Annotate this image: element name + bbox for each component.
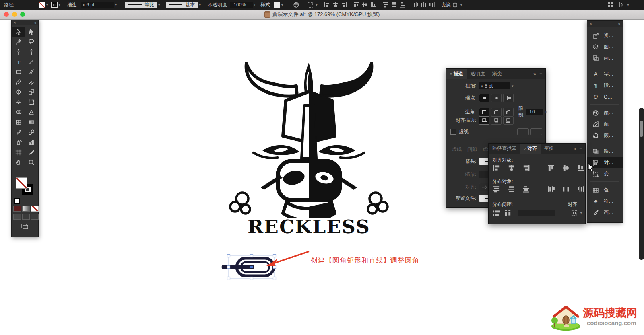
scrollbar-thumb[interactable] <box>640 121 643 137</box>
chevron-down-icon[interactable]: ▾ <box>158 3 160 7</box>
corner-miter-button[interactable] <box>479 108 489 116</box>
zoom-tool[interactable] <box>25 157 38 167</box>
tab-align[interactable]: ○ 对齐 <box>520 144 541 154</box>
dashed-line-checkbox[interactable] <box>450 129 456 135</box>
distribute-right-icon[interactable] <box>429 2 435 8</box>
draw-normal-button[interactable] <box>13 214 21 220</box>
default-fill-stroke-icon[interactable] <box>14 198 20 204</box>
width-tool[interactable] <box>12 97 25 107</box>
mesh-tool[interactable] <box>12 117 25 127</box>
align-objects-bottom-icon[interactable] <box>576 164 585 172</box>
align-objects-left-icon[interactable] <box>492 164 501 172</box>
panel-cycle-icon[interactable]: ○ <box>450 72 452 76</box>
align-stroke-inside-button[interactable] <box>491 116 502 125</box>
dock-item-paragraph[interactable]: ¶ 段… <box>587 80 623 91</box>
corner-round-button[interactable] <box>491 108 502 116</box>
draw-inside-button[interactable] <box>31 214 39 220</box>
chevron-down-icon[interactable]: ▾ <box>316 3 318 7</box>
align-objects-right-icon[interactable] <box>522 164 530 172</box>
gradient-button[interactable] <box>22 206 30 212</box>
zoom-window-button[interactable] <box>20 12 25 17</box>
distribute-vcenter-icon[interactable] <box>507 185 516 193</box>
blend-tool[interactable] <box>25 127 38 137</box>
dock-item-recolor-artwork[interactable]: 颜… <box>587 130 623 141</box>
dock-item-artboards[interactable]: 画… <box>587 53 623 64</box>
align-stroke-center-button[interactable] <box>479 116 489 125</box>
annotation-arrow[interactable] <box>264 249 312 269</box>
distribute-top-icon[interactable] <box>383 2 389 8</box>
panel-menu-icon[interactable]: ≡ <box>539 71 542 77</box>
minimize-window-button[interactable] <box>12 12 17 17</box>
distribute-hcenter-icon[interactable] <box>421 2 427 8</box>
eraser-tool[interactable] <box>25 77 38 87</box>
panel-more-icon[interactable]: » <box>533 71 536 77</box>
vertical-distribute-space-icon[interactable] <box>492 209 501 217</box>
opacity-more-icon[interactable]: › <box>254 3 255 7</box>
panel-more-icon[interactable]: » <box>573 146 576 152</box>
dash-pattern-box[interactable] <box>517 128 529 135</box>
dock-item-asset-export[interactable]: 资… <box>587 30 623 41</box>
collapse-icon[interactable]: « <box>34 21 36 25</box>
curvature-tool[interactable] <box>25 47 38 57</box>
select-similar-icon[interactable] <box>307 2 313 8</box>
close-icon[interactable]: × <box>590 22 592 26</box>
workspace-menu-icon[interactable]: ≡ <box>635 2 638 8</box>
chevron-down-icon[interactable]: ▾ <box>627 3 629 7</box>
align-objects-hcenter-icon[interactable] <box>507 164 516 172</box>
type-tool[interactable]: T <box>12 57 25 67</box>
chevron-down-icon[interactable]: ▾ <box>59 3 61 7</box>
hand-tool[interactable] <box>12 157 25 167</box>
spacing-value-select[interactable] <box>518 210 555 216</box>
fill-swatch[interactable] <box>39 2 45 8</box>
distribute-vcenter-icon[interactable] <box>391 2 397 8</box>
tab-gradient[interactable]: 渐变 <box>489 69 506 79</box>
weight-input[interactable]: ▴▾ 6 pt <box>479 82 510 89</box>
align-objects-vcenter-icon[interactable] <box>561 164 570 172</box>
dash-pattern-box[interactable] <box>530 128 542 135</box>
bull-logo-artwork[interactable] <box>225 57 392 218</box>
tab-transparency[interactable]: 透明度 <box>467 69 489 79</box>
distribute-left-icon[interactable] <box>547 185 555 193</box>
color-button[interactable] <box>13 206 21 212</box>
tab-pathfinder[interactable]: 路径查找器 <box>489 144 520 154</box>
artboard-tool[interactable] <box>12 147 25 157</box>
horizontal-distribute-space-icon[interactable] <box>503 209 512 217</box>
none-button[interactable] <box>31 206 39 212</box>
symbol-sprayer-tool[interactable] <box>12 137 25 147</box>
chevron-down-icon[interactable]: ▾ <box>460 3 462 7</box>
direct-selection-tool[interactable] <box>25 27 38 37</box>
align-top-icon[interactable] <box>353 2 359 8</box>
stepper-icon[interactable]: ▴▾ <box>83 3 84 6</box>
tab-transform[interactable]: 变换 <box>541 144 557 154</box>
arrange-documents-icon[interactable] <box>607 2 613 8</box>
dock-item-brushes[interactable]: 画… <box>587 207 623 218</box>
chevron-down-icon[interactable]: ▾ <box>46 3 48 7</box>
gradient-tool[interactable] <box>25 117 38 127</box>
logo-wordmark[interactable]: RECKLESS <box>225 216 392 238</box>
distribute-top-icon[interactable] <box>492 185 501 193</box>
chevron-down-icon[interactable]: ▾ <box>199 3 201 7</box>
chevron-down-icon[interactable]: ▾ <box>580 211 582 215</box>
stroke-swatch[interactable] <box>51 2 58 8</box>
paintbrush-tool[interactable] <box>25 67 38 77</box>
style-swatch[interactable] <box>274 2 280 8</box>
distribute-left-icon[interactable] <box>412 2 418 8</box>
brush-definition-select[interactable]: 基本 <box>166 2 198 8</box>
screen-mode-button[interactable] <box>21 223 29 231</box>
panel-cycle-icon[interactable]: ○ <box>524 147 526 150</box>
selection-tool[interactable] <box>12 27 25 37</box>
expand-icon[interactable]: » <box>618 22 620 26</box>
dock-item-color[interactable]: 颜… <box>587 107 623 118</box>
opacity-input[interactable]: 100% <box>230 2 253 8</box>
cap-projecting-button[interactable] <box>503 94 514 102</box>
stroke-weight-input[interactable]: ▴▾ 6 pt <box>80 2 114 8</box>
chevron-down-icon[interactable]: ▾ <box>115 3 117 7</box>
align-left-icon[interactable] <box>324 2 330 8</box>
scale-tool[interactable] <box>25 87 38 97</box>
dock-item-pathfinder[interactable]: 路… <box>587 146 623 157</box>
panel-menu-icon[interactable]: ≡ <box>579 146 582 152</box>
isolate-mode-icon[interactable] <box>618 2 625 8</box>
shaper-pencil-tool[interactable] <box>12 77 25 87</box>
limit-input[interactable]: 10 <box>526 109 543 115</box>
dock-item-color-guide[interactable]: 颜… <box>587 119 623 129</box>
